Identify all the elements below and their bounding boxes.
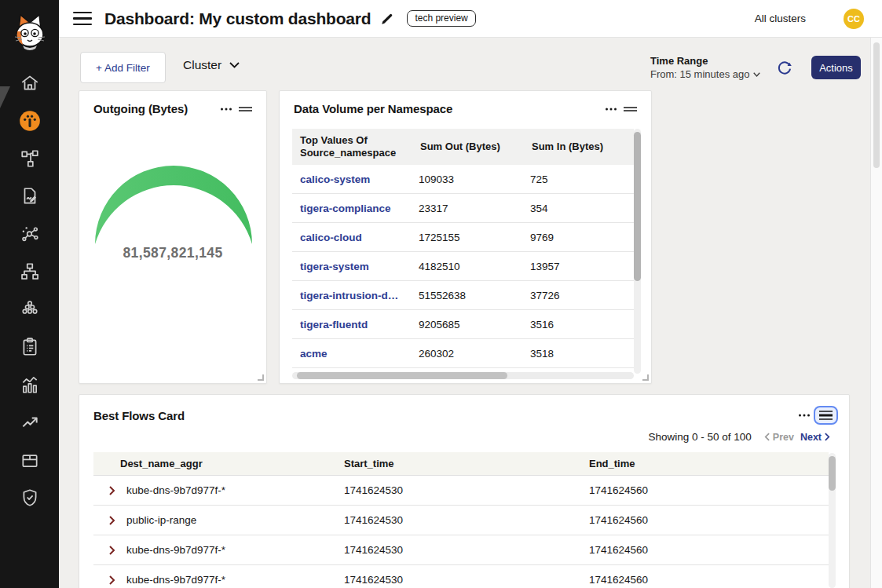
ellipsis-icon [798, 413, 811, 418]
dest-name: public-ip-range [126, 514, 196, 526]
end-time: 1741624560 [589, 544, 829, 556]
namespace-link[interactable]: calico-system [292, 173, 412, 185]
package-icon [20, 450, 40, 470]
horizontal-scrollbar[interactable] [292, 372, 634, 379]
card-outgoing-bytes: Outgoing (Bytes) [79, 90, 267, 384]
column-header[interactable]: Dest_name_aggr [93, 458, 344, 469]
drag-handle-icon [624, 105, 637, 113]
card-title: Data Volume per Namespace [294, 102, 452, 115]
add-filter-button[interactable]: + Add Filter [80, 52, 166, 83]
scrollbar-thumb[interactable] [873, 42, 880, 168]
scrollbar-thumb[interactable] [297, 372, 507, 379]
sidebar-item-network-sets[interactable] [0, 253, 59, 290]
time-range-value-dropdown[interactable]: From: 15 minutes ago [650, 68, 760, 80]
topology-icon [20, 148, 40, 169]
expand-row-button[interactable] [108, 546, 116, 555]
time-range-value: From: 15 minutes ago [650, 68, 749, 80]
prev-page-button[interactable]: Prev [764, 432, 794, 443]
card-best-flows: Best Flows Card Showing 0 - 50 of 100 Pr… [79, 394, 850, 588]
card-menu-button[interactable] [795, 411, 814, 419]
scrollbar-thumb[interactable] [634, 132, 641, 281]
actions-button[interactable]: Actions [811, 56, 861, 79]
refresh-button[interactable] [776, 59, 793, 76]
cluster-filter-dropdown[interactable]: Cluster [183, 58, 240, 72]
next-page-button[interactable]: Next [800, 432, 830, 443]
drag-handle-icon [239, 105, 252, 113]
ellipsis-icon [605, 107, 617, 111]
sidebar-item-clusters[interactable] [0, 290, 59, 328]
column-header[interactable]: End_time [589, 458, 829, 469]
chevron-down-icon [229, 62, 240, 68]
end-time: 1741624560 [589, 484, 829, 496]
sidebar-item-reports[interactable] [0, 366, 59, 404]
namespace-link[interactable]: calico-cloud [292, 232, 412, 243]
calico-logo[interactable] [0, 0, 59, 64]
table-header-row: Top Values Of Source_namespace Sum Out (… [292, 129, 634, 165]
avatar[interactable]: CC [844, 9, 864, 29]
prev-label: Prev [773, 432, 794, 443]
sidebar-item-topology[interactable] [0, 140, 59, 177]
namespace-link[interactable]: tigera-fluentd [292, 319, 412, 331]
chevron-down-icon [753, 72, 760, 77]
namespace-table: Top Values Of Source_namespace Sum Out (… [292, 129, 634, 368]
column-header[interactable]: Sum In (Bytes) [524, 136, 634, 158]
table-row: tigera-fluentd 9205685 3516 [292, 310, 634, 339]
column-header[interactable]: Sum Out (Bytes) [412, 136, 524, 158]
table-row: kube-dns-9b7d977f-* 1741624530 174162456… [93, 565, 829, 588]
column-header[interactable]: Start_time [344, 458, 589, 469]
time-range: Time Range From: 15 minutes ago [650, 55, 760, 80]
page-scrollbar[interactable] [870, 38, 882, 588]
tech-preview-badge: tech preview [407, 10, 475, 27]
vertical-scrollbar[interactable] [634, 129, 641, 374]
card-resize-handle[interactable] [258, 374, 264, 381]
namespace-link[interactable]: tigera-compliance [292, 203, 412, 214]
trend-icon [20, 412, 40, 433]
table-row: calico-system 109033 725 [292, 165, 634, 194]
gauge-arc [90, 162, 257, 248]
sidebar-item-service-graph[interactable] [0, 215, 59, 253]
vertical-scrollbar[interactable] [829, 453, 836, 588]
expand-row-button[interactable] [108, 516, 116, 525]
menu-icon[interactable] [73, 12, 92, 26]
namespace-link[interactable]: tigera-intrusion-d… [292, 290, 412, 301]
chevron-right-icon [108, 516, 116, 525]
card-menu-button[interactable] [217, 105, 236, 113]
scrollbar-thumb[interactable] [829, 456, 836, 491]
sum-in-value: 37726 [524, 290, 634, 301]
namespace-link[interactable]: tigera-system [292, 261, 412, 272]
ellipsis-icon [220, 107, 232, 111]
table-row: public-ip-range 1741624530 1741624560 [93, 506, 829, 535]
drag-handle-icon [819, 410, 833, 421]
time-range-label: Time Range [650, 55, 760, 67]
namespace-link[interactable]: acme [292, 348, 412, 360]
table-row: tigera-intrusion-d… 51552638 37726 [292, 281, 634, 310]
edit-dashboard-button[interactable] [380, 12, 394, 26]
clipboard-icon [20, 337, 40, 357]
chevron-right-icon [825, 433, 830, 441]
sum-out-value: 260302 [412, 348, 524, 360]
expand-row-button[interactable] [108, 486, 116, 495]
sum-out-value: 51552638 [412, 290, 524, 301]
expand-row-button[interactable] [108, 575, 116, 585]
sidebar-item-policies[interactable] [0, 177, 59, 215]
cluster-nodes-icon [20, 299, 40, 320]
calico-cat-logo-icon [12, 11, 48, 53]
cluster-selector[interactable]: All clusters [755, 13, 806, 24]
top-bar: Dashboard: My custom dashboard tech prev… [59, 0, 882, 38]
sum-in-value: 3516 [524, 319, 634, 331]
card-drag-handle[interactable] [620, 104, 640, 115]
sidebar-item-security[interactable] [0, 479, 59, 517]
sidebar-item-compliance[interactable] [0, 328, 59, 366]
dest-name: kube-dns-9b7d977f-* [126, 574, 225, 586]
pagination-status: Showing 0 - 50 of 100 [648, 431, 751, 443]
card-drag-handle-focused[interactable] [814, 406, 838, 425]
sidebar-item-threat-feeds[interactable] [0, 404, 59, 441]
sum-out-value: 4182510 [412, 261, 524, 272]
card-resize-handle[interactable] [642, 374, 649, 381]
column-header[interactable]: Top Values Of Source_namespace [292, 130, 412, 165]
card-drag-handle[interactable] [236, 104, 255, 115]
table-row: kube-dns-9b7d977f-* 1741624530 174162456… [93, 476, 829, 506]
page-title: Dashboard: My custom dashboard [104, 9, 371, 28]
sidebar-item-workloads[interactable] [0, 441, 59, 479]
card-menu-button[interactable] [602, 105, 620, 113]
